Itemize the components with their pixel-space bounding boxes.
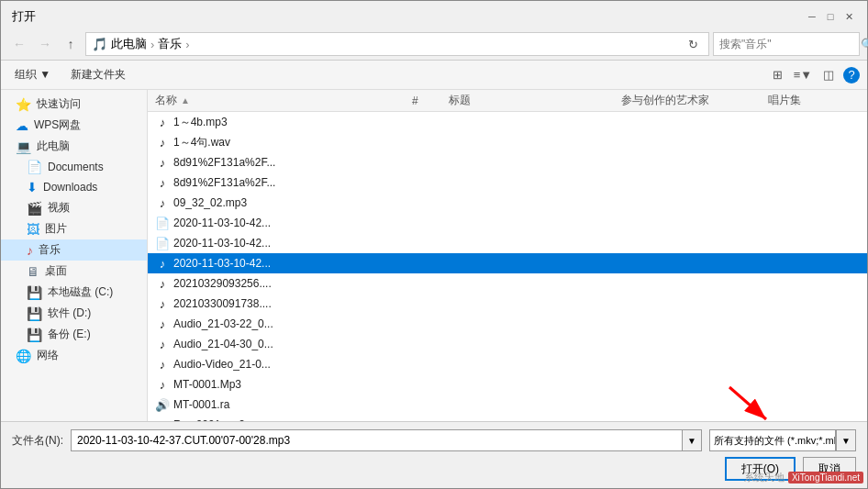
table-row[interactable]: ♪20210330091738.... [148, 294, 867, 314]
buttons-row: 打开(O) 取消 [12, 457, 856, 481]
sidebar: ⭐ 快速访问 ☁ WPS网盘 💻 此电脑 📄 Documents ⬇ Downl… [1, 90, 148, 421]
minimize-button[interactable]: ─ [805, 9, 819, 24]
sidebar-item-this-pc[interactable]: 💻 此电脑 [1, 136, 147, 157]
filetype-wrap: 所有支持的文件 (*.mkv;*.mka; ▼ [709, 429, 856, 451]
organize-button[interactable]: 组织 ▼ [8, 64, 57, 85]
col-header-album[interactable]: 唱片集 [768, 93, 860, 108]
file-type-icon: ♪ [155, 195, 170, 210]
table-row[interactable]: 🔊MT-0001.ra [148, 395, 867, 415]
filename-input[interactable] [71, 429, 682, 451]
sidebar-label-network: 网络 [37, 348, 59, 363]
table-row[interactable]: ♪09_32_02.mp3 [148, 193, 867, 213]
download-icon: ⬇ [27, 180, 38, 194]
sidebar-item-drive-e[interactable]: 💾 备份 (E:) [1, 324, 147, 345]
new-folder-button[interactable]: 新建文件夹 [64, 64, 132, 85]
file-name: Audio_21-04-30_0... [173, 338, 412, 350]
bottom-area: 文件名(N): ▼ 所有支持的文件 (*.mkv;*.mka; ▼ 打开(O) … [1, 421, 867, 488]
table-row[interactable]: ♪1～4b.mp3 [148, 112, 867, 132]
table-row[interactable]: ♪8d91%2F131a%2F... [148, 172, 867, 193]
address-segment-pc[interactable]: 此电脑 [111, 36, 147, 52]
col-header-num[interactable]: # [412, 94, 449, 107]
filename-dropdown-button[interactable]: ▼ [682, 429, 702, 451]
title-bar: 打开 ─ □ ✕ [1, 1, 867, 28]
table-row[interactable]: 📄2020-11-03-10-42... [148, 233, 867, 253]
sort-arrow-icon: ▲ [181, 95, 190, 106]
close-button[interactable]: ✕ [841, 9, 856, 24]
dialog-title: 打开 [12, 8, 36, 25]
table-row[interactable]: ♪Audio-Video_21-0... [148, 354, 867, 374]
sidebar-item-pictures[interactable]: 🖼 图片 [1, 218, 147, 239]
table-row[interactable]: ♪8d91%2F131a%2F... [148, 152, 867, 172]
file-name: 8d91%2F131a%2F... [173, 176, 412, 189]
watermark: 系统天地 XiTongTiandi.net [744, 471, 863, 484]
file-type-icon: 📄 [155, 236, 170, 250]
filename-input-wrap: ▼ [71, 429, 702, 451]
sidebar-item-music[interactable]: ♪ 音乐 [1, 239, 147, 261]
table-row[interactable]: ♪1～4句.wav [148, 132, 867, 152]
sidebar-item-desktop[interactable]: 🖥 桌面 [1, 261, 147, 282]
table-row[interactable]: ♪Rec 0001.mp3 [148, 415, 867, 421]
search-input[interactable] [719, 38, 857, 50]
sidebar-item-drive-c[interactable]: 💾 本地磁盘 (C:) [1, 282, 147, 303]
sidebar-label-drive-d: 软件 (D:) [48, 306, 91, 321]
main-content: ⭐ 快速访问 ☁ WPS网盘 💻 此电脑 📄 Documents ⬇ Downl… [1, 90, 867, 421]
desktop-icon: 🖥 [27, 264, 39, 279]
file-type-icon: 📄 [155, 216, 170, 230]
sidebar-item-wps[interactable]: ☁ WPS网盘 [1, 115, 147, 136]
file-name: Audio_21-03-22_0... [173, 317, 412, 330]
sidebar-item-videos[interactable]: 🎬 视频 [1, 197, 147, 218]
maximize-button[interactable]: □ [823, 9, 838, 24]
file-type-icon: ♪ [155, 175, 170, 190]
file-name: MT-0001.ra [173, 398, 412, 411]
file-name: 20210330091738.... [173, 297, 412, 310]
sidebar-label-quick-access: 快速访问 [37, 96, 81, 112]
table-row[interactable]: 📄2020-11-03-10-42... [148, 213, 867, 233]
table-row[interactable]: ♪MT-0001.Mp3 [148, 374, 867, 395]
filetype-dropdown-button[interactable]: ▼ [836, 429, 856, 451]
address-segment-music[interactable]: 音乐 [158, 36, 182, 52]
nav-toolbar: ← → ↑ 🎵 此电脑 › 音乐 › ↻ 🔍 [1, 28, 867, 61]
sidebar-label-videos: 视频 [48, 200, 70, 216]
sidebar-label-drive-c: 本地磁盘 (C:) [48, 284, 113, 300]
help-button[interactable]: ? [843, 67, 860, 83]
view-preview-button[interactable]: ◫ [818, 65, 840, 85]
sidebar-item-network[interactable]: 🌐 网络 [1, 345, 147, 366]
file-type-icon: ♪ [155, 296, 170, 311]
view-grid-button[interactable]: ⊞ [766, 65, 788, 85]
back-button[interactable]: ← [8, 34, 30, 54]
watermark-site: XiTongTiandi.net [788, 472, 863, 483]
video-icon: 🎬 [27, 201, 42, 216]
table-row[interactable]: ♪Audio_21-03-22_0... [148, 314, 867, 334]
file-type-icon: ♪ [155, 135, 170, 150]
search-icon[interactable]: 🔍 [861, 38, 868, 51]
action-toolbar: 组织 ▼ 新建文件夹 ⊞ ≡▼ ◫ ? [1, 61, 867, 90]
file-name: 2020-11-03-10-42... [173, 237, 412, 250]
refresh-button[interactable]: ↻ [683, 34, 703, 54]
file-name: 8d91%2F131a%2F... [173, 156, 412, 169]
pc-icon: 💻 [16, 139, 31, 154]
file-list-container: 名称 ▲ # 标题 参与创作的艺术家 唱片集 ♪1～4b.mp3♪1～4句.wa… [148, 90, 867, 421]
sidebar-item-downloads[interactable]: ⬇ Downloads [1, 177, 147, 197]
sidebar-item-quick-access[interactable]: ⭐ 快速访问 [1, 94, 147, 115]
col-header-title[interactable]: 标题 [449, 93, 621, 108]
sidebar-label-music: 音乐 [39, 242, 61, 258]
search-bar: 🔍 [713, 32, 860, 56]
table-row[interactable]: ♪20210329093256.... [148, 273, 867, 294]
forward-button[interactable]: → [34, 34, 56, 54]
file-type-icon: ♪ [155, 256, 170, 271]
col-header-name[interactable]: 名称 ▲ [155, 93, 412, 108]
view-details-button[interactable]: ≡▼ [792, 65, 814, 85]
sidebar-item-documents[interactable]: 📄 Documents [1, 157, 147, 177]
table-row[interactable]: ♪Audio_21-04-30_0... [148, 334, 867, 354]
picture-icon: 🖼 [27, 222, 39, 237]
sidebar-label-wps: WPS网盘 [34, 117, 81, 133]
filename-label: 文件名(N): [12, 433, 63, 449]
table-row[interactable]: ♪2020-11-03-10-42... [148, 253, 867, 273]
col-header-artist[interactable]: 参与创作的艺术家 [621, 93, 768, 108]
file-type-icon: ♪ [155, 155, 170, 170]
sidebar-label-documents: Documents [48, 161, 104, 173]
open-dialog: 打开 ─ □ ✕ ← → ↑ 🎵 此电脑 › 音乐 › ↻ 🔍 [0, 0, 868, 489]
filename-row: 文件名(N): ▼ 所有支持的文件 (*.mkv;*.mka; ▼ [12, 429, 856, 451]
sidebar-item-drive-d[interactable]: 💾 软件 (D:) [1, 303, 147, 324]
up-button[interactable]: ↑ [60, 34, 82, 54]
